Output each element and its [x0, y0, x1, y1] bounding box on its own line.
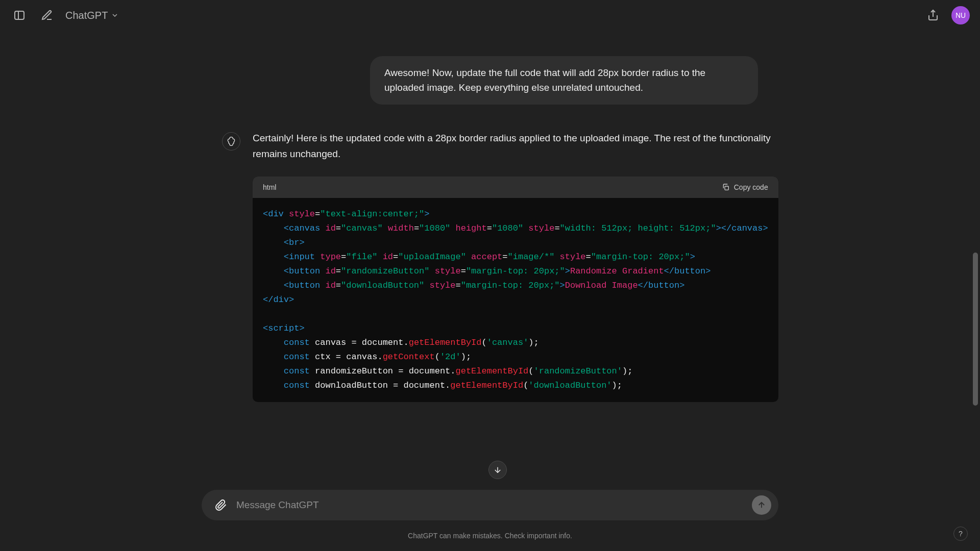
- scroll-to-bottom-button[interactable]: [488, 461, 507, 479]
- disclaimer-text: ChatGPT can make mistakes. Check importa…: [0, 532, 980, 540]
- code-block: html Copy code <div style="text-align:ce…: [253, 177, 778, 403]
- attach-icon[interactable]: [214, 498, 228, 512]
- arrow-down-icon: [493, 465, 502, 474]
- code-language: html: [263, 183, 276, 191]
- new-chat-icon[interactable]: [38, 6, 56, 24]
- user-message-row: Awesome! Now, update the full code that …: [222, 56, 758, 105]
- assistant-text: Certainly! Here is the updated code with…: [253, 130, 778, 162]
- main: Awesome! Now, update the full code that …: [0, 31, 980, 551]
- user-avatar[interactable]: NU: [951, 6, 970, 24]
- conversation: Awesome! Now, update the full code that …: [222, 31, 758, 402]
- scrollbar-thumb[interactable]: [973, 253, 978, 406]
- chevron-down-icon: [111, 11, 119, 19]
- assistant-content: Certainly! Here is the updated code with…: [253, 130, 778, 402]
- message-input-bar: [202, 490, 778, 520]
- assistant-avatar-icon: [222, 132, 240, 151]
- send-button[interactable]: [752, 495, 771, 515]
- copy-code-label: Copy code: [734, 183, 768, 191]
- scrollbar-track[interactable]: [972, 0, 979, 551]
- copy-code-button[interactable]: Copy code: [722, 183, 768, 191]
- code-header: html Copy code: [253, 177, 778, 198]
- code-content[interactable]: <div style="text-align:center;"> <canvas…: [253, 198, 778, 403]
- header: ChatGPT NU: [0, 0, 980, 31]
- help-button[interactable]: ?: [953, 527, 968, 541]
- svg-rect-0: [15, 11, 24, 19]
- copy-icon: [722, 183, 730, 191]
- model-label: ChatGPT: [65, 10, 108, 21]
- arrow-up-icon: [757, 500, 766, 510]
- share-icon[interactable]: [924, 6, 942, 24]
- avatar-initials: NU: [955, 11, 966, 19]
- assistant-message-row: Certainly! Here is the updated code with…: [222, 130, 758, 402]
- message-input[interactable]: [236, 499, 744, 511]
- user-message: Awesome! Now, update the full code that …: [370, 56, 758, 105]
- model-selector[interactable]: ChatGPT: [65, 10, 119, 21]
- sidebar-toggle-icon[interactable]: [10, 6, 29, 24]
- svg-rect-3: [725, 186, 728, 190]
